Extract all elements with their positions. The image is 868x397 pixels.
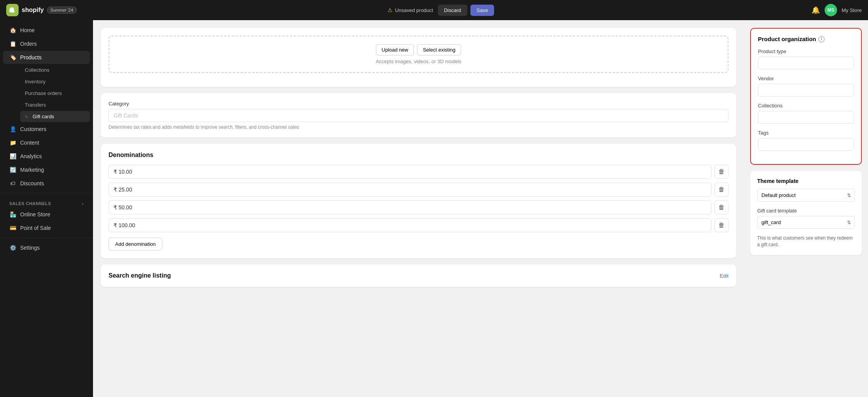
annotation-wrapper: Product organization i Product type Vend…: [750, 28, 862, 165]
select-existing-button[interactable]: Select existing: [417, 44, 461, 55]
sidebar-item-marketing[interactable]: 🔄 Marketing: [3, 163, 90, 176]
customers-icon: 👤: [9, 126, 16, 132]
seo-edit-button[interactable]: Edit: [720, 273, 728, 279]
product-type-label: Product type: [758, 48, 854, 54]
app-body: 🏠 Home 📋 Orders 🏷️ Products Collections …: [0, 20, 868, 397]
point-of-sale-label: Point of Sale: [20, 225, 51, 231]
upload-new-button[interactable]: Upload new: [376, 44, 414, 55]
sidebar-item-orders[interactable]: 📋 Orders: [3, 37, 90, 50]
tags-label: Tags: [758, 130, 854, 136]
gift-card-template-select-wrapper: gift_card ⇅: [757, 216, 855, 229]
sidebar-item-discounts-label: Discounts: [20, 180, 44, 186]
sidebar-item-inventory[interactable]: Inventory: [20, 76, 90, 87]
home-icon: 🏠: [9, 27, 16, 33]
tags-field: Tags: [758, 130, 854, 151]
gift-card-template-label: Gift card template: [757, 208, 855, 214]
products-icon: 🏷️: [9, 54, 16, 60]
sidebar-divider: [0, 193, 93, 193]
sidebar-item-content-label: Content: [20, 140, 39, 146]
sidebar: 🏠 Home 📋 Orders 🏷️ Products Collections …: [0, 20, 93, 397]
store-name: My Store: [842, 7, 862, 13]
gift-card-template-select[interactable]: gift_card: [757, 216, 855, 229]
products-submenu: Collections Inventory Purchase orders Tr…: [0, 64, 93, 122]
denomination-input-3[interactable]: [108, 218, 711, 232]
topbar-right: 🔔 MS My Store: [811, 4, 862, 16]
notification-bell-icon[interactable]: 🔔: [811, 6, 820, 14]
upload-hint: Accepts images, videos, or 3D models: [117, 59, 720, 64]
sidebar-item-content[interactable]: 📁 Content: [3, 136, 90, 149]
gift-cards-label: Gift cards: [33, 114, 54, 119]
vendor-input[interactable]: [758, 84, 854, 97]
sidebar-item-settings[interactable]: ⚙️ Settings: [3, 241, 90, 254]
sidebar-item-home-label: Home: [20, 27, 34, 33]
vendor-field: Vendor: [758, 76, 854, 97]
discard-button[interactable]: Discard: [438, 5, 467, 16]
category-label: Category: [108, 101, 728, 107]
avatar[interactable]: MS: [825, 4, 837, 16]
sidebar-item-products-label: Products: [20, 54, 41, 60]
logo-area[interactable]: shopify Summer '24: [6, 4, 77, 16]
sidebar-item-transfers[interactable]: Transfers: [20, 99, 90, 110]
denomination-input-2[interactable]: [108, 200, 711, 214]
sales-channels-label: Sales channels: [9, 201, 51, 206]
topbar-center: ⚠ Unsaved product Discard Save: [81, 5, 801, 16]
upload-buttons: Upload new Select existing: [117, 44, 720, 55]
orders-icon: 📋: [9, 41, 16, 47]
category-input[interactable]: [108, 109, 728, 122]
sidebar-item-purchase-orders[interactable]: Purchase orders: [20, 88, 90, 99]
purchase-orders-label: Purchase orders: [25, 90, 62, 96]
product-type-field: Product type: [758, 48, 854, 69]
sidebar-item-analytics[interactable]: 📊 Analytics: [3, 150, 90, 163]
delete-denomination-1-button[interactable]: 🗑: [715, 183, 728, 197]
tags-input[interactable]: [758, 138, 854, 151]
upload-area[interactable]: Upload new Select existing Accepts image…: [108, 36, 728, 73]
delete-denomination-2-button[interactable]: 🗑: [715, 200, 728, 214]
shopify-icon: [6, 4, 19, 16]
seo-header: Search engine listing Edit: [108, 272, 728, 279]
sidebar-item-collections[interactable]: Collections: [20, 64, 90, 76]
product-organization-title: Product organization i: [758, 36, 854, 42]
seo-card: Search engine listing Edit: [101, 264, 736, 287]
collections-field: Collections: [758, 103, 854, 124]
marketing-icon: 🔄: [9, 167, 16, 173]
product-organization-card: Product organization i Product type Vend…: [750, 28, 862, 165]
settings-label: Settings: [20, 245, 40, 251]
point-of-sale-icon: 💳: [9, 225, 16, 231]
sidebar-item-customers[interactable]: 👤 Customers: [3, 123, 90, 136]
denomination-row-0: 🗑: [108, 165, 728, 179]
expand-icon[interactable]: ›: [82, 201, 84, 206]
right-panel: Product organization i Product type Vend…: [744, 20, 868, 397]
sidebar-item-analytics-label: Analytics: [20, 153, 42, 159]
inventory-label: Inventory: [25, 79, 45, 85]
denominations-card: Denominations 🗑 🗑 🗑 🗑 Add deno: [101, 144, 736, 258]
unsaved-notice: ⚠ Unsaved product: [388, 7, 433, 13]
version-badge: Summer '24: [47, 7, 77, 14]
sidebar-item-point-of-sale[interactable]: 💳 Point of Sale: [3, 221, 90, 235]
delete-denomination-3-button[interactable]: 🗑: [715, 218, 728, 232]
delete-denomination-0-button[interactable]: 🗑: [715, 165, 728, 179]
sidebar-divider-2: [0, 238, 93, 238]
denominations-title: Denominations: [108, 152, 728, 159]
collections-input[interactable]: [758, 111, 854, 124]
collections-label: Collections: [758, 103, 854, 109]
sidebar-item-home[interactable]: 🏠 Home: [3, 24, 90, 37]
topbar: shopify Summer '24 ⚠ Unsaved product Dis…: [0, 0, 868, 20]
sidebar-item-gift-cards[interactable]: ↳ Gift cards: [20, 111, 90, 122]
sidebar-item-online-store[interactable]: 🏪 Online Store: [3, 208, 90, 221]
theme-template-select[interactable]: Default product: [757, 189, 855, 202]
denomination-input-0[interactable]: [108, 165, 711, 179]
product-type-input[interactable]: [758, 57, 854, 69]
gift-cards-arrow-icon: ↳: [25, 114, 28, 119]
sidebar-item-marketing-label: Marketing: [20, 167, 44, 173]
sidebar-item-customers-label: Customers: [20, 126, 46, 132]
denomination-row-3: 🗑: [108, 218, 728, 232]
save-button[interactable]: Save: [470, 5, 494, 16]
denomination-input-1[interactable]: [108, 183, 711, 197]
topbar-actions: Discard Save: [438, 5, 494, 16]
add-denomination-button[interactable]: Add denomination: [108, 238, 162, 250]
sidebar-item-discounts[interactable]: 🏷 Discounts: [3, 177, 90, 190]
sidebar-item-products[interactable]: 🏷️ Products: [3, 51, 90, 64]
center-panel: Upload new Select existing Accepts image…: [93, 20, 744, 397]
gift-card-template-field: Gift card template gift_card ⇅: [757, 208, 855, 229]
info-icon[interactable]: i: [818, 36, 825, 42]
